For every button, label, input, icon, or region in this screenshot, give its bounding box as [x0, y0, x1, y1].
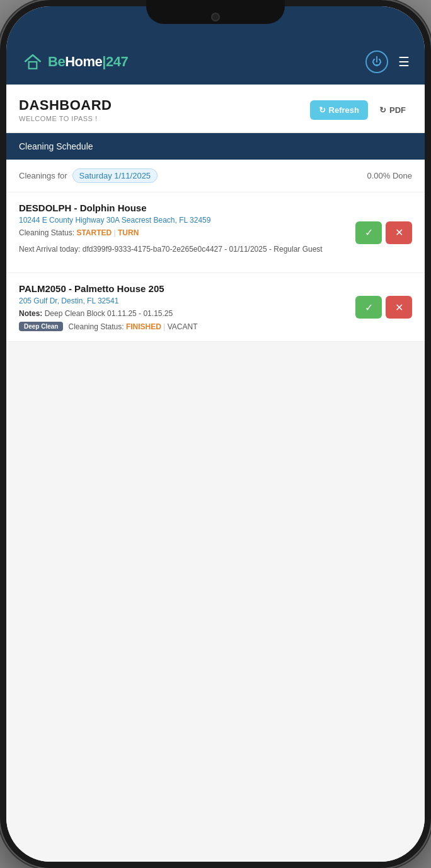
- pdf-icon: ↻: [379, 105, 386, 115]
- cleaning-card-1: DESDOLPH - Dolphin House 10244 E County …: [6, 192, 425, 273]
- status-value-2: FINISHED: [126, 322, 161, 331]
- main-content: DASHBOARD WELCOME TO IPASS ! ↻ Refresh ↻…: [6, 85, 425, 862]
- cleanings-for-label: Cleanings for: [19, 171, 67, 180]
- next-arrival-label-1: Next Arrival today:: [19, 245, 80, 254]
- refresh-button[interactable]: ↻ Refresh: [310, 100, 368, 120]
- property-name-2: PALM2050 - Palmetto House 205: [19, 283, 343, 294]
- card-1-actions: ✓ ✕: [355, 221, 412, 244]
- dashboard-subtitle: WELCOME TO IPASS !: [19, 115, 112, 122]
- section-header: Cleaning Schedule: [6, 133, 425, 160]
- dashboard-title: DASHBOARD: [19, 97, 112, 114]
- property-name-1: DESDOLPH - Dolphin House: [19, 202, 343, 213]
- status-line-2: Deep Clean Cleaning Status: FINISHED | V…: [19, 322, 343, 331]
- cleanings-for: Cleanings for Saturday 1/11/2025: [19, 168, 158, 183]
- cleaning-status-2: Cleaning Status: FINISHED | VACANT: [68, 322, 197, 331]
- power-icon: ⏻: [372, 56, 382, 67]
- cross-icon-2: ✕: [395, 302, 403, 314]
- status-prefix-1: Cleaning Status:: [19, 228, 74, 237]
- property-address-2: 205 Gulf Dr, Destin, FL 32541: [19, 296, 343, 305]
- dashboard-header: DASHBOARD WELCOME TO IPASS ! ↻ Refresh ↻…: [6, 85, 425, 133]
- next-arrival-1: Next Arrival today: dfd399f9-9333-4175-b…: [19, 243, 343, 255]
- card-1-cross-button[interactable]: ✕: [386, 221, 412, 244]
- notes-line-2: Notes: Deep Clean Block 01.11.25 - 01.15…: [19, 309, 343, 318]
- cleaning-card-2: PALM2050 - Palmetto House 205 205 Gulf D…: [6, 273, 425, 342]
- done-percentage: 0.00% Done: [367, 171, 412, 180]
- cross-icon-1: ✕: [395, 226, 403, 238]
- card-2-cross-button[interactable]: ✕: [386, 296, 412, 319]
- status-extra-1: TURN: [118, 228, 139, 237]
- refresh-icon: ↻: [319, 105, 326, 115]
- status-value-1: STARTED: [76, 228, 112, 237]
- card-2-actions: ✓ ✕: [355, 296, 412, 319]
- dashboard-title-area: DASHBOARD WELCOME TO IPASS !: [19, 97, 112, 122]
- logo-home-icon: [21, 50, 44, 73]
- card-2-check-button[interactable]: ✓: [355, 296, 382, 319]
- section-header-title: Cleaning Schedule: [19, 141, 93, 151]
- power-button[interactable]: ⏻: [365, 50, 388, 73]
- screen: BeHome|247 ⏻ ☰ DASHBOARD WELCOME TO IPAS…: [6, 6, 425, 862]
- cleanings-bar: Cleanings for Saturday 1/11/2025 0.00% D…: [6, 160, 425, 192]
- next-arrival-value-1: dfd399f9-9333-4175-ba70-2e265e0c4427 - 0…: [83, 245, 323, 254]
- svg-rect-0: [29, 62, 37, 69]
- notes-label-2: Notes:: [19, 309, 42, 318]
- logo: BeHome|247: [21, 50, 128, 73]
- check-icon-2: ✓: [365, 302, 373, 314]
- status-extra-2: VACANT: [168, 322, 198, 331]
- hamburger-menu-icon[interactable]: ☰: [398, 54, 410, 69]
- date-badge: Saturday 1/11/2025: [72, 168, 158, 183]
- logo-text: BeHome|247: [48, 54, 128, 70]
- dashboard-actions: ↻ Refresh ↻ PDF: [310, 100, 412, 120]
- phone-frame: BeHome|247 ⏻ ☰ DASHBOARD WELCOME TO IPAS…: [0, 0, 431, 868]
- pdf-button[interactable]: ↻ PDF: [373, 100, 412, 120]
- card-1-check-button[interactable]: ✓: [355, 221, 382, 244]
- camera: [211, 13, 220, 21]
- check-icon-1: ✓: [365, 226, 373, 238]
- property-address-1: 10244 E County Highway 30A Seacrest Beac…: [19, 216, 343, 225]
- notes-value-2: Deep Clean Block 01.11.25 - 01.15.25: [45, 309, 173, 318]
- cleaning-status-1: Cleaning Status: STARTED | TURN: [19, 228, 343, 237]
- status-prefix-2: Cleaning Status:: [68, 322, 124, 331]
- deep-clean-badge-2: Deep Clean: [19, 322, 63, 331]
- header-actions: ⏻ ☰: [365, 50, 410, 73]
